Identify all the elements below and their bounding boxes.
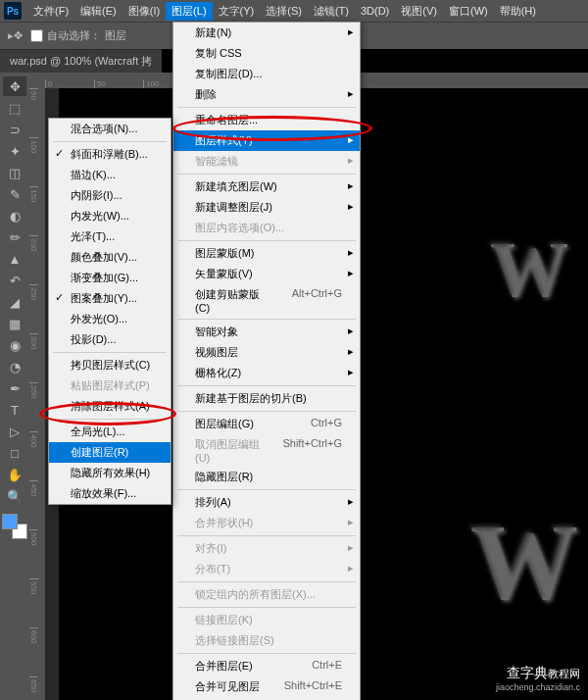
menu-item[interactable]: 新建调整图层(J)▸ bbox=[173, 197, 360, 218]
layer-menu-dropdown: 新建(N)▸复制 CSS复制图层(D)...删除▸重命名图层...图层样式(Y)… bbox=[172, 22, 361, 700]
submenu-item: 粘贴图层样式(P) bbox=[49, 375, 171, 396]
ruler-tick: 50 bbox=[94, 79, 143, 88]
submenu-item[interactable]: 混合选项(N)... bbox=[49, 119, 171, 139]
menu-type[interactable]: 文字(Y) bbox=[213, 2, 261, 21]
pen-tool[interactable]: ✒ bbox=[3, 378, 26, 398]
menu-layer[interactable]: 图层(L) bbox=[166, 2, 212, 21]
submenu-item[interactable]: 描边(K)... bbox=[49, 165, 171, 185]
submenu-arrow-icon: ▸ bbox=[348, 267, 354, 279]
submenu-item[interactable]: ✓斜面和浮雕(B)... bbox=[49, 144, 171, 165]
menu-item[interactable]: 隐藏图层(R) bbox=[173, 467, 360, 487]
auto-select-label: 自动选择： bbox=[47, 28, 101, 43]
menu-item[interactable]: 合并图层(E)Ctrl+E bbox=[173, 656, 360, 676]
watermark-sub: 教程网 bbox=[548, 668, 580, 679]
ruler-vertical: 5010015020025030035040045050055060065070… bbox=[29, 88, 45, 700]
watermark-url: jiaocheng.chazidian.c bbox=[496, 682, 580, 692]
submenu-item[interactable]: 内发光(W)... bbox=[49, 206, 171, 226]
check-icon: ✓ bbox=[55, 147, 64, 160]
stamp-tool[interactable]: ▲ bbox=[3, 249, 26, 269]
menu-image[interactable]: 图像(I) bbox=[122, 2, 166, 21]
submenu-item[interactable]: 缩放效果(F)... bbox=[49, 483, 171, 504]
submenu-arrow-icon: ▸ bbox=[348, 495, 354, 508]
brush-tool[interactable]: ✏ bbox=[3, 227, 26, 247]
menu-edit[interactable]: 编辑(E) bbox=[74, 2, 122, 21]
marquee-tool[interactable]: ⬚ bbox=[3, 98, 26, 118]
menu-item[interactable]: 合并可见图层Shift+Ctrl+E bbox=[173, 676, 360, 697]
menu-item: 锁定组内的所有图层(X)... bbox=[173, 584, 360, 605]
fg-color[interactable] bbox=[2, 514, 18, 529]
color-swatches[interactable] bbox=[2, 514, 27, 539]
crop-tool[interactable]: ◫ bbox=[3, 163, 26, 182]
artwork-letter-2: W bbox=[470, 500, 578, 625]
menubar: Ps 文件(F) 编辑(E) 图像(I) 图层(L) 文字(Y) 选择(S) 滤… bbox=[0, 0, 588, 22]
auto-select-checkbox[interactable] bbox=[30, 29, 43, 42]
document-tab[interactable]: war.psd @ 100% (Warcraft 拷 bbox=[0, 49, 162, 73]
blur-tool[interactable]: ◉ bbox=[3, 335, 26, 355]
submenu-arrow-icon: ▸ bbox=[348, 200, 354, 213]
eyedropper-tool[interactable]: ✎ bbox=[3, 184, 26, 204]
menu-view[interactable]: 视图(V) bbox=[395, 2, 443, 21]
move-tool[interactable]: ✥ bbox=[3, 76, 26, 96]
menu-item[interactable]: 图层蒙版(M)▸ bbox=[173, 243, 360, 264]
gradient-tool[interactable]: ▦ bbox=[3, 314, 26, 333]
menu-item[interactable]: 新建填充图层(W)▸ bbox=[173, 176, 360, 197]
menu-filter[interactable]: 滤镜(T) bbox=[308, 2, 355, 21]
lasso-tool[interactable]: ⊃ bbox=[3, 120, 26, 139]
submenu-item[interactable]: ✓图案叠加(Y)... bbox=[49, 288, 171, 309]
submenu-arrow-icon: ▸ bbox=[348, 562, 354, 575]
menu-item[interactable]: 复制图层(D)... bbox=[173, 64, 360, 84]
layer-dropdown[interactable]: 图层 bbox=[105, 28, 126, 43]
submenu-item[interactable]: 外发光(O)... bbox=[49, 309, 171, 329]
menu-item[interactable]: 删除▸ bbox=[173, 84, 360, 105]
hand-tool[interactable]: ✋ bbox=[3, 465, 26, 484]
menu-item[interactable]: 创建剪贴蒙版(C)Alt+Ctrl+G bbox=[173, 284, 360, 317]
watermark: 查字典教程网 jiaocheng.chazidian.c bbox=[496, 665, 580, 692]
wand-tool[interactable]: ✦ bbox=[3, 141, 26, 161]
menu-item: 选择链接图层(S) bbox=[173, 630, 360, 651]
path-tool[interactable]: ▷ bbox=[3, 422, 26, 441]
submenu-arrow-icon: ▸ bbox=[348, 541, 354, 554]
zoom-tool[interactable]: 🔍 bbox=[3, 486, 26, 506]
submenu-arrow-icon: ▸ bbox=[348, 87, 354, 100]
submenu-item[interactable]: 投影(D)... bbox=[49, 329, 171, 350]
menu-window[interactable]: 窗口(W) bbox=[443, 2, 494, 21]
menu-item[interactable]: 复制 CSS bbox=[173, 43, 360, 64]
submenu-item[interactable]: 渐变叠加(G)... bbox=[49, 268, 171, 288]
submenu-arrow-icon: ▸ bbox=[348, 516, 354, 528]
menu-item[interactable]: 视频图层▸ bbox=[173, 342, 360, 363]
layer-style-submenu: 混合选项(N)...✓斜面和浮雕(B)...描边(K)...内阴影(I)...内… bbox=[48, 118, 172, 505]
menu-item: 分布(T)▸ bbox=[173, 559, 360, 579]
menu-item[interactable]: 重命名图层... bbox=[173, 110, 360, 130]
type-tool[interactable]: T bbox=[3, 400, 26, 420]
submenu-item[interactable]: 创建图层(R) bbox=[49, 442, 171, 463]
submenu-item[interactable]: 内阴影(I)... bbox=[49, 185, 171, 206]
toolbar: ✥ ⬚ ⊃ ✦ ◫ ✎ ◐ ✏ ▲ ↶ ◢ ▦ ◉ ◔ ✒ T ▷ □ ✋ 🔍 bbox=[0, 73, 29, 700]
menu-item[interactable]: 图层样式(Y)▸ bbox=[173, 130, 360, 151]
menu-item[interactable]: 新建基于图层的切片(B) bbox=[173, 388, 360, 409]
submenu-item[interactable]: 颜色叠加(V)... bbox=[49, 247, 171, 268]
menu-select[interactable]: 选择(S) bbox=[260, 2, 308, 21]
menu-item[interactable]: 图层编组(G)Ctrl+G bbox=[173, 414, 360, 434]
menu-item[interactable]: 矢量蒙版(V)▸ bbox=[173, 264, 360, 284]
dodge-tool[interactable]: ◔ bbox=[3, 357, 26, 376]
submenu-item[interactable]: 光泽(T)... bbox=[49, 226, 171, 247]
heal-tool[interactable]: ◐ bbox=[3, 206, 26, 225]
menu-item[interactable]: 智能对象▸ bbox=[173, 322, 360, 342]
history-tool[interactable]: ↶ bbox=[3, 271, 26, 290]
submenu-arrow-icon: ▸ bbox=[348, 325, 354, 337]
submenu-arrow-icon: ▸ bbox=[348, 25, 354, 38]
menu-item[interactable]: 新建(N)▸ bbox=[173, 23, 360, 43]
eraser-tool[interactable]: ◢ bbox=[3, 292, 26, 312]
menu-item[interactable]: 栅格化(Z)▸ bbox=[173, 363, 360, 383]
submenu-arrow-icon: ▸ bbox=[348, 345, 354, 358]
submenu-item[interactable]: 清除图层样式(A) bbox=[49, 396, 171, 417]
shape-tool[interactable]: □ bbox=[3, 443, 26, 463]
watermark-main: 查字典 bbox=[507, 665, 548, 680]
submenu-item[interactable]: 隐藏所有效果(H) bbox=[49, 463, 171, 483]
menu-item[interactable]: 排列(A)▸ bbox=[173, 492, 360, 513]
menu-3d[interactable]: 3D(D) bbox=[355, 3, 395, 19]
menu-file[interactable]: 文件(F) bbox=[27, 2, 74, 21]
submenu-item[interactable]: 全局光(L)... bbox=[49, 422, 171, 442]
submenu-item[interactable]: 拷贝图层样式(C) bbox=[49, 355, 171, 375]
menu-help[interactable]: 帮助(H) bbox=[494, 2, 542, 21]
